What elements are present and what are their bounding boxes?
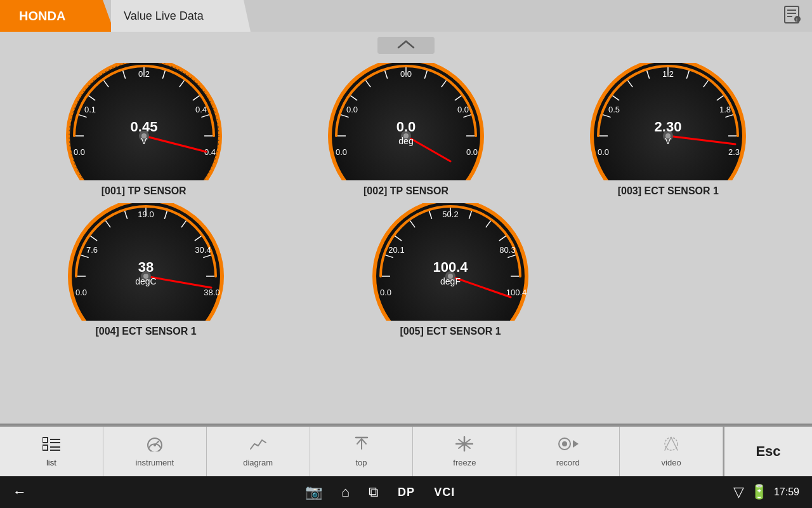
toolbar-record[interactable]: record [516, 427, 620, 476]
gauge-003-svg: 0.5 1.2 1.8 0.0 2.3 2.30 V [579, 63, 757, 180]
gauge-003-label: [003] ECT SENSOR 1 [618, 185, 719, 197]
toolbar-instrument-label: instrument [135, 458, 174, 467]
svg-text:0.5: 0.5 [608, 105, 620, 114]
svg-text:0.0: 0.0 [346, 105, 358, 114]
gauge-001-svg: 0.1 0.2 0.4 0.0 0.4 0.45 V [55, 63, 233, 180]
toolbar-list[interactable]: list [0, 427, 103, 476]
record-icon [557, 436, 579, 455]
gauge-002-label: [002] TP SENSOR [363, 185, 449, 197]
header-icon[interactable]: ! [782, 4, 802, 28]
svg-text:0.0: 0.0 [598, 147, 609, 157]
gauges-row-2: 7.6 19.0 30.4 0.0 38.0 38 degC [004] ECT… [13, 203, 799, 337]
sys-bar-left: ← [13, 484, 27, 500]
svg-text:7.6: 7.6 [86, 245, 98, 255]
toolbar-video-label: video [662, 458, 681, 467]
scroll-up-area [0, 32, 812, 57]
wifi-icon: ▽ [733, 484, 744, 500]
copy-icon[interactable]: ⧉ [369, 484, 379, 500]
gauge-icon [146, 436, 164, 455]
gauge-005-label: [005] ECT SENSOR 1 [400, 326, 501, 337]
freeze-icon [455, 436, 473, 455]
sys-bar-center: 📷 ⌂ ⧉ DP VCI [305, 484, 455, 500]
svg-text:0.4: 0.4 [195, 105, 207, 114]
svg-text:2.30: 2.30 [655, 119, 682, 135]
toolbar-diagram[interactable]: diagram [207, 427, 310, 476]
toolbar-diagram-label: diagram [243, 458, 273, 467]
system-bar: ← 📷 ⌂ ⧉ DP VCI ▽ 🔋 17:59 [0, 476, 812, 508]
svg-text:0.0: 0.0 [457, 105, 469, 114]
battery-icon: 🔋 [750, 484, 768, 500]
svg-rect-117 [43, 438, 48, 443]
gauge-005-svg: 20.1 50.2 80.3 0.0 100.4 100.4 degF [362, 203, 539, 321]
gauge-001-label: [001] TP SENSOR [102, 185, 187, 197]
gauge-004-svg: 7.6 19.0 30.4 0.0 38.0 38 degC [57, 203, 235, 321]
toolbar-freeze-label: freeze [453, 458, 476, 467]
gauge-005: 20.1 50.2 80.3 0.0 100.4 100.4 degF [005… [330, 203, 571, 337]
page-title: Value Live Data [111, 0, 251, 32]
toolbar-top-label: top [355, 458, 367, 467]
svg-text:degC: degC [135, 276, 156, 286]
toolbar-esc-button[interactable]: Esc [723, 427, 812, 476]
toolbar-instrument[interactable]: instrument [103, 427, 207, 476]
toolbar: list instrument diagram [0, 425, 812, 476]
svg-text:0.0: 0.0 [400, 69, 412, 79]
svg-text:!: ! [796, 18, 797, 22]
system-time: 17:59 [774, 486, 799, 498]
gauges-row-1: 0.1 0.2 0.4 0.0 0.4 0.45 V [001] TP SENS… [13, 63, 799, 197]
home-icon[interactable]: ⌂ [341, 484, 350, 500]
svg-text:0.0: 0.0 [336, 147, 347, 157]
diagram-icon [249, 436, 267, 455]
video-icon [662, 436, 680, 455]
svg-text:degF: degF [440, 276, 461, 286]
svg-text:1.2: 1.2 [662, 69, 674, 79]
camera-icon[interactable]: 📷 [305, 484, 322, 500]
svg-text:0.2: 0.2 [138, 69, 150, 79]
svg-rect-118 [43, 445, 48, 450]
svg-text:V: V [141, 136, 147, 146]
gauges-area: 0.1 0.2 0.4 0.0 0.4 0.45 V [001] TP SENS… [0, 57, 812, 350]
toolbar-freeze[interactable]: freeze [413, 427, 516, 476]
svg-point-136 [665, 438, 678, 450]
svg-text:0.0: 0.0 [396, 119, 416, 135]
svg-text:38.0: 38.0 [204, 288, 219, 297]
toolbar-record-label: record [556, 458, 580, 467]
svg-text:38: 38 [138, 259, 154, 275]
sys-bar-right: ▽ 🔋 17:59 [733, 484, 799, 500]
svg-text:80.3: 80.3 [499, 245, 515, 255]
svg-text:0.0: 0.0 [380, 288, 391, 297]
toolbar-video[interactable]: video [620, 427, 723, 476]
svg-text:19.0: 19.0 [138, 210, 154, 219]
svg-text:50.2: 50.2 [442, 210, 458, 219]
scroll-up-button[interactable] [377, 37, 435, 54]
vci-label[interactable]: VCI [434, 486, 455, 499]
svg-marker-135 [573, 440, 579, 448]
svg-point-4 [794, 16, 801, 22]
header: HONDA Value Live Data ! [0, 0, 812, 32]
top-icon [353, 436, 370, 455]
gauge-004-label: [004] ECT SENSOR 1 [95, 326, 196, 337]
gauge-002: 0.0 0.0 0.0 0.0 0.0 0.0 deg [002] TP SEN… [285, 63, 527, 197]
back-icon[interactable]: ← [13, 484, 27, 500]
svg-text:0.0: 0.0 [466, 147, 478, 157]
dp-label[interactable]: DP [398, 486, 415, 499]
svg-text:0.45: 0.45 [130, 119, 157, 135]
gauge-003: 0.5 1.2 1.8 0.0 2.3 2.30 V [003] ECT SEN… [547, 63, 789, 197]
svg-text:V: V [665, 136, 672, 146]
svg-text:deg: deg [398, 136, 413, 146]
svg-text:1.8: 1.8 [719, 105, 731, 114]
svg-text:2.3: 2.3 [728, 147, 740, 157]
brand-label: HONDA [0, 0, 114, 32]
svg-point-125 [154, 444, 156, 446]
svg-point-134 [562, 441, 567, 446]
svg-point-132 [462, 442, 466, 446]
esc-label: Esc [756, 443, 780, 460]
gauge-002-svg: 0.0 0.0 0.0 0.0 0.0 0.0 deg [317, 63, 495, 180]
svg-text:30.4: 30.4 [195, 245, 211, 255]
svg-text:0.1: 0.1 [84, 105, 96, 114]
toolbar-top[interactable]: top [310, 427, 414, 476]
gauge-004: 7.6 19.0 30.4 0.0 38.0 38 degC [004] ECT… [25, 203, 266, 337]
svg-text:20.1: 20.1 [388, 245, 404, 255]
svg-text:100.4: 100.4 [433, 259, 468, 275]
toolbar-list-label: list [46, 458, 56, 467]
gauge-001: 0.1 0.2 0.4 0.0 0.4 0.45 V [001] TP SENS… [23, 63, 265, 197]
